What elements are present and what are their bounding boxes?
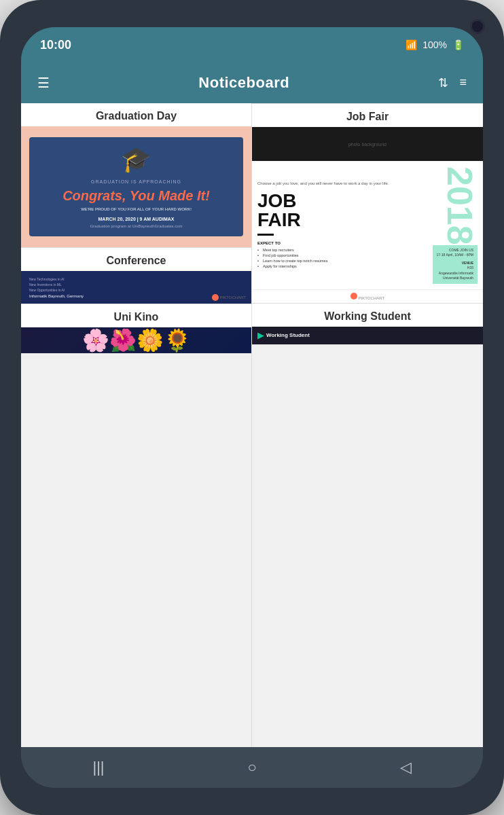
battery-icon: 🔋 xyxy=(452,39,464,50)
jf-dash xyxy=(257,234,274,236)
jf-header: photo background xyxy=(252,127,483,161)
jf-bullet-3: Learn how to create top notch resumes xyxy=(257,259,423,263)
jf-right: 2018 COME JOIN US 17-18 April, 10AM - 6P… xyxy=(423,166,478,284)
grad-proud: WE'RE PROUD OF YOU FOR ALL OF YOUR HARD … xyxy=(81,207,192,211)
jf-info-box: COME JOIN US 17-18 April, 10AM - 6PM VEN… xyxy=(433,245,478,284)
bottom-nav: ||| ○ ◁ xyxy=(21,747,483,788)
uni-kino-flowers: 🌸🌺🌼🌻 xyxy=(82,327,191,353)
grad-program: Graduation program at UniBayreuthGraduat… xyxy=(90,224,182,228)
job-fair-card[interactable]: Job Fair photo background Choose a job y… xyxy=(252,104,483,304)
jf-fair: FAIR xyxy=(257,209,301,230)
uni-kino-card[interactable]: Uni Kino 🌸🌺🌼🌻 xyxy=(21,304,251,354)
status-time: 10:00 xyxy=(40,38,71,52)
cards-grid: Graduation Day 🎓 GRADUATION IS APPROACHI… xyxy=(21,103,483,747)
conference-image: INTERNATIONAL COMPUTER SCIENCE SUMMIT 20… xyxy=(21,271,251,304)
working-student-image: ▶ Working Student GO BEYOND YOUR xyxy=(252,327,483,344)
header-title: Noticeboard xyxy=(198,74,289,92)
phone-frame: 10:00 📶 100% 🔋 ☰ Noticeboard ⇅ ≡ xyxy=(0,0,504,815)
jf-bullet-1: Meet top recruiters xyxy=(257,248,423,252)
job-fair-image: photo background Choose a job you love, … xyxy=(252,127,483,303)
working-student-card[interactable]: Working Student ▶ Working Student xyxy=(252,304,483,345)
graduation-content: 🎓 GRADUATION IS APPROACHING Congrats, Yo… xyxy=(29,137,243,236)
conf-piktochart: PIKTOCHART xyxy=(212,294,246,301)
working-top-bar: ▶ Working Student xyxy=(252,327,483,344)
working-arrow-icon: ▶ xyxy=(257,331,264,340)
jf-expect: EXPECT TO xyxy=(257,241,423,245)
grad-approaching: GRADUATION IS APPROACHING xyxy=(91,179,181,184)
jf-venue: H33Angewandte InformatikUniversität Bayr… xyxy=(437,266,473,281)
graduation-day-card[interactable]: Graduation Day 🎓 GRADUATION IS APPROACHI… xyxy=(21,103,251,248)
header-right-icons: ⇅ ≡ xyxy=(438,75,467,90)
pikto-icon xyxy=(212,294,219,301)
left-column: Graduation Day 🎓 GRADUATION IS APPROACHI… xyxy=(21,103,252,747)
jf-bullet-4: Apply for internships xyxy=(257,264,423,268)
status-bar: 10:00 📶 100% 🔋 xyxy=(21,27,483,62)
jf-header-text: photo background xyxy=(348,142,386,147)
nav-home-button[interactable]: ○ xyxy=(234,753,270,782)
filter-icon[interactable]: ≡ xyxy=(459,75,467,90)
conference-title: Conference xyxy=(21,248,251,271)
phone-screen: 10:00 📶 100% 🔋 ☰ Noticeboard ⇅ ≡ xyxy=(21,27,483,788)
nav-recent-button[interactable]: ||| xyxy=(79,753,118,782)
job-fair-title: Job Fair xyxy=(252,104,483,127)
graduation-day-image: 🎓 GRADUATION IS APPROACHING Congrats, Yo… xyxy=(21,126,251,247)
app-header: ☰ Noticeboard ⇅ ≡ xyxy=(21,62,483,103)
conf-bottom: New Technologies in AINew Inventions in … xyxy=(21,271,251,304)
jf-come-join: COME JOIN US xyxy=(437,248,473,253)
pikto-icon3 xyxy=(350,293,357,300)
working-label: Working Student xyxy=(266,332,310,338)
jf-venue-label: VENUE xyxy=(437,261,473,266)
grad-date: MARCH 20, 2020 | 9 AM AUDIMAX xyxy=(98,217,175,221)
jf-piktochart: PIKTOCHART xyxy=(252,289,483,303)
camera xyxy=(470,19,485,34)
jf-pikto-text: PIKTOCHART xyxy=(359,296,384,300)
grad-cap-icon: 🎓 xyxy=(121,145,151,174)
jf-year: 2018 xyxy=(442,166,478,245)
grad-congrats: Congrats, You Made It! xyxy=(62,188,210,203)
wifi-icon: 📶 xyxy=(406,39,417,50)
uni-kino-image: 🌸🌺🌼🌻 xyxy=(21,327,251,353)
battery-label: 100% xyxy=(422,39,447,50)
content-area: Graduation Day 🎓 GRADUATION IS APPROACHI… xyxy=(21,103,483,747)
working-student-title: Working Student xyxy=(252,304,483,327)
jf-dates: 17-18 April, 10AM - 6PM xyxy=(437,253,473,258)
jf-left: Choose a job you love, and you will neve… xyxy=(257,166,423,284)
conference-card[interactable]: Conference INTERNATIONAL COMPUTER SCIENC… xyxy=(21,248,251,304)
jf-bullet-2: Find job opportunities xyxy=(257,253,423,257)
menu-icon[interactable]: ☰ xyxy=(37,76,50,90)
conf-schedule: New Technologies in AINew Inventions in … xyxy=(29,276,243,293)
jf-content: Choose a job you love, and you will neve… xyxy=(252,161,483,289)
jf-job: JOB xyxy=(257,190,297,211)
right-column: 🍋🌿 with Python Audimax, Universitätsstra… xyxy=(252,103,483,747)
status-icons: 📶 100% 🔋 xyxy=(406,39,464,50)
nav-back-button[interactable]: ◁ xyxy=(386,753,425,782)
graduation-day-title: Graduation Day xyxy=(21,103,251,126)
uni-kino-title: Uni Kino xyxy=(21,304,251,327)
jf-quote: Choose a job you love, and you will neve… xyxy=(257,181,423,186)
conf-pikto-text: PIKTOCHART xyxy=(220,295,246,300)
jf-title-text: JOB FAIR xyxy=(257,192,423,230)
sort-icon[interactable]: ⇅ xyxy=(438,75,448,90)
